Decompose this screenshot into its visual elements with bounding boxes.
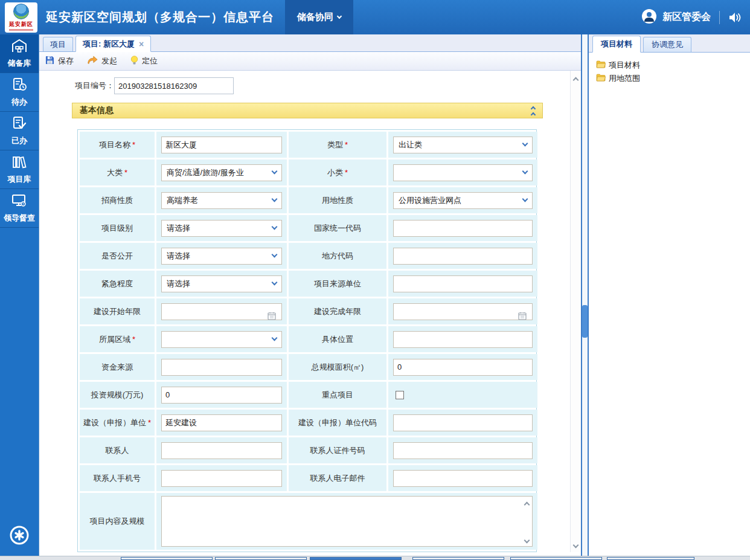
investment-nature-select[interactable]: 高端养老 [161, 192, 282, 209]
folder-icon [596, 74, 606, 83]
asterisk-button[interactable] [0, 524, 39, 546]
tab-projects[interactable]: 项目 [43, 37, 73, 51]
is-public-select[interactable]: 请选择 [161, 248, 282, 265]
tab-project-detail[interactable]: 项目: 新区大厦× [75, 36, 151, 52]
launch-button[interactable]: 发起 [87, 56, 117, 66]
key-project-label: 重点项目 [289, 382, 386, 408]
local-code-input[interactable] [393, 248, 533, 265]
sidebar-item-todo[interactable]: 待办 [0, 73, 39, 112]
right-panel-tabbar: 项目材料协调意见 [589, 34, 750, 53]
sidebar-item-label: 储备库 [8, 58, 31, 69]
field-label-text: 地方代码 [322, 251, 353, 262]
done-icon [11, 116, 27, 132]
logo-text: 延安新区 [9, 21, 33, 28]
save-icon [45, 56, 54, 66]
sidebar-item-reserve[interactable]: 储备库 [0, 34, 39, 73]
construction-start-year-label: 建设开始年限 [80, 298, 155, 324]
field-label-text: 资金来源 [101, 362, 133, 373]
tab-label: 项目: 新区大厦 [83, 39, 135, 50]
locate-label: 定位 [142, 56, 158, 66]
scroll-up-icon[interactable] [573, 77, 579, 83]
construction-unit-field-cell [156, 410, 287, 436]
lightbulb-icon [130, 56, 138, 67]
project-name-label: 项目名称* [80, 132, 155, 158]
major-category-select[interactable]: 商贸/流通/旅游/服务业 [161, 164, 282, 181]
local-code-label: 地方代码 [289, 243, 386, 269]
right-panel-tab-materials[interactable]: 项目材料 [592, 36, 641, 53]
field-label-text: 联系人 [106, 445, 129, 456]
project-level-label: 项目级别 [80, 215, 155, 241]
project-content-textarea[interactable] [161, 496, 533, 547]
sidebar-item-label: 领导督查 [4, 213, 35, 224]
user-menu[interactable]: 新区管委会 [641, 8, 711, 27]
construction-start-year-date-field [161, 303, 282, 320]
project-name-input[interactable] [161, 137, 282, 153]
chevron-down-icon [272, 196, 278, 202]
tree-item-label: 用地范围 [609, 73, 640, 84]
taskbar-box [607, 557, 694, 560]
required-asterisk: * [345, 168, 348, 177]
collapse-icon[interactable] [531, 105, 535, 117]
splitter-handle[interactable] [582, 305, 588, 338]
contact-mobile-field-cell [156, 465, 287, 491]
vertical-scrollbar[interactable] [570, 71, 581, 552]
region-select[interactable] [161, 331, 282, 348]
save-button[interactable]: 保存 [45, 56, 74, 66]
construction-unit-label: 建设（申报）单位* [80, 410, 155, 436]
speaker-icon[interactable] [728, 11, 742, 24]
land-use-nature-select-value: 公用设施营业网点 [399, 195, 523, 206]
sidebar-item-done[interactable]: 已办 [0, 112, 39, 150]
project-type-select[interactable]: 出让类 [393, 137, 533, 153]
project-level-select[interactable]: 请选择 [161, 220, 282, 237]
construction-unit-input[interactable] [161, 414, 282, 431]
tab-strip: 项目项目: 新区大厦× [39, 34, 581, 52]
construction-end-year-input[interactable] [393, 303, 533, 320]
construction-unit-code-input[interactable] [393, 414, 533, 431]
funding-source-input[interactable] [161, 359, 282, 376]
right-panel-tab-opinions[interactable]: 协调意见 [643, 37, 691, 52]
section-header-basic-info[interactable]: 基本信息 [72, 103, 543, 118]
field-label-text: 项目名称 [99, 140, 130, 150]
construction-start-year-input[interactable] [161, 303, 282, 320]
funding-source-field-cell [156, 354, 287, 380]
urgency-select-value: 请选择 [167, 278, 272, 289]
close-icon[interactable]: × [139, 40, 144, 48]
contact-email-input[interactable] [393, 470, 533, 487]
scroll-down-icon[interactable] [524, 538, 530, 544]
scroll-down-icon[interactable] [573, 542, 579, 549]
contact-email-label: 联系人电子邮件 [289, 465, 386, 491]
chevron-down-icon [337, 13, 342, 18]
tree-item-0[interactable]: 项目材料 [596, 59, 750, 72]
project-number-input[interactable] [114, 77, 234, 94]
tree-item-1[interactable]: 用地范围 [596, 72, 750, 85]
sidebar: 储备库待办已办项目库领导督查 [0, 34, 39, 556]
contact-id-number-input[interactable] [393, 442, 533, 459]
source-unit-input[interactable] [393, 275, 533, 292]
sub-category-select[interactable] [393, 164, 533, 181]
sidebar-item-projects[interactable]: 项目库 [0, 150, 39, 189]
sidebar-item-supervision[interactable]: 领导督查 [0, 189, 39, 228]
national-code-input[interactable] [393, 220, 533, 237]
panel-splitter[interactable] [581, 34, 589, 556]
app-window: 延安新区 延安新区空间规划（多规合一）信息平台 储备协同 新区管委会 储备库待办… [0, 0, 750, 560]
field-label-text: 建设开始年限 [94, 306, 141, 317]
scroll-up-icon[interactable] [524, 502, 530, 508]
total-area-input[interactable] [393, 359, 533, 376]
field-label-text: 重点项目 [322, 390, 353, 401]
location-input[interactable] [393, 331, 533, 348]
taskbar-box [510, 557, 602, 560]
investment-scale-input[interactable] [161, 387, 282, 404]
source-unit-field-cell [388, 271, 537, 297]
urgency-select[interactable]: 请选择 [161, 275, 282, 292]
textarea-scroll-arrows[interactable] [525, 500, 529, 542]
contact-mobile-input[interactable] [161, 470, 282, 487]
field-label-text: 所属区域 [99, 334, 130, 345]
key-project-field-cell [388, 382, 537, 408]
land-use-nature-select[interactable]: 公用设施营业网点 [393, 192, 533, 209]
contact-person-input[interactable] [161, 442, 282, 459]
nav-reserve-collaboration[interactable]: 储备协同 [285, 0, 353, 34]
nav-label: 储备协同 [297, 11, 333, 23]
key-project-checkbox[interactable] [396, 391, 404, 399]
locate-button[interactable]: 定位 [130, 56, 158, 67]
project-content-label: 项目内容及规模 [80, 493, 155, 550]
